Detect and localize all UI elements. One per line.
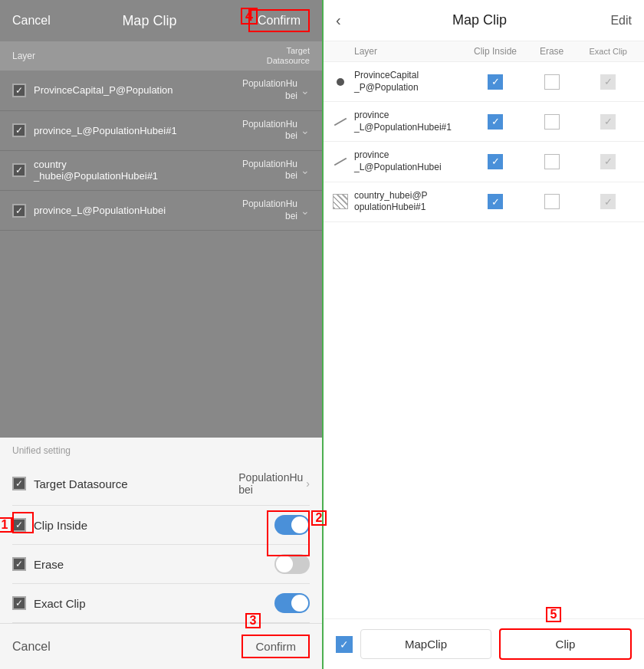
unified-label: Unified setting (12, 445, 310, 456)
mapclip-button[interactable]: MapClip (360, 629, 491, 659)
line-icon-2 (331, 152, 350, 171)
setting-row-target: Target Datasource PopulationHubei › (12, 462, 310, 506)
right-header: ‹ Map Clip Edit (324, 0, 644, 41)
ci-check-1[interactable] (488, 114, 503, 130)
ci-check-2[interactable] (488, 154, 503, 169)
erase-check-0[interactable] (544, 74, 560, 90)
badge-1: 1 (0, 517, 12, 533)
ec-check-1[interactable] (600, 114, 616, 130)
layer-checkbox-2[interactable] (12, 163, 26, 177)
setting-check-exact[interactable] (12, 596, 26, 610)
badge-3: 3 (245, 613, 261, 628)
clip-button[interactable]: Clip (499, 628, 632, 660)
left-spacer (0, 231, 322, 438)
setting-name-erase: Erase (34, 558, 274, 571)
setting-value-target: PopulationHubei (238, 471, 303, 496)
right-layer-name-3: country_hubei@PopulationHubei#1 (354, 190, 467, 214)
col-target-header: TargetDatasource (267, 46, 310, 66)
layer-checkbox-1[interactable] (12, 123, 26, 137)
exact-clip-toggle[interactable] (274, 593, 310, 613)
right-spacer (324, 222, 644, 618)
ci-check-0[interactable] (488, 74, 503, 90)
col-layer-header: Layer (12, 51, 267, 61)
target-source-1: PopulationHubei (242, 119, 297, 143)
toggle-knob (291, 517, 308, 533)
target-source-2: PopulationHubei (242, 159, 297, 182)
right-col-erase: Erase (524, 46, 580, 57)
erase-check-1[interactable] (544, 114, 560, 130)
right-table-header: Layer Clip Inside Erase Exact Clip (324, 41, 644, 62)
target-source-3: PopulationHubei (242, 198, 297, 222)
ec-check-3[interactable] (600, 194, 616, 209)
ec-check-2[interactable] (600, 154, 616, 169)
setting-check-target[interactable] (12, 477, 26, 490)
right-footer: 5 MapClip Clip (324, 618, 644, 669)
table-row: ProvinceCapital_P@Population PopulationH… (0, 71, 322, 110)
left-panel: Cancel Map Clip 4 Confirm Layer TargetDa… (0, 0, 322, 669)
right-layer-name-0: ProvinceCapital_P@Population (354, 70, 467, 93)
chevron-icon-1: ⌄ (301, 124, 310, 136)
left-cancel-button-bottom[interactable]: Cancel (12, 640, 51, 654)
left-cancel-button[interactable]: Cancel (12, 14, 51, 28)
right-col-exact-clip: Exact Clip (580, 47, 636, 56)
right-title: Map Clip (349, 12, 611, 28)
unified-section: Unified setting Target Datasource Popula… (0, 438, 322, 623)
right-table-row: province_L@PopulationHubei#1 (324, 102, 644, 142)
clip-inside-toggle[interactable] (274, 515, 310, 535)
right-layer-name-1: province_L@PopulationHubei#1 (354, 110, 467, 133)
layer-name-1: province_L@PopulationHubei#1 (34, 125, 242, 136)
setting-name-target: Target Datasource (34, 477, 238, 490)
setting-check-erase[interactable] (12, 557, 26, 571)
layer-table-header: Layer TargetDatasource (0, 41, 322, 71)
chevron-icon-2: ⌄ (301, 164, 310, 176)
left-confirm-button-bottom[interactable]: Confirm (242, 635, 310, 658)
target-nav-icon[interactable]: › (306, 477, 310, 490)
setting-row-exact: Exact Clip (12, 584, 310, 623)
edit-button[interactable]: Edit (610, 14, 632, 28)
erase-check-2[interactable] (544, 154, 560, 169)
setting-name-exact: Exact Clip (34, 597, 274, 610)
erase-check-3[interactable] (544, 194, 560, 209)
setting-row-clip: 1 Clip Inside 2 (12, 506, 310, 545)
left-title: Map Clip (122, 13, 176, 29)
setting-name-clip: Clip Inside (34, 519, 274, 532)
left-footer: 3 Cancel Confirm (0, 623, 322, 669)
badge-2: 2 (311, 510, 327, 526)
footer-checkbox[interactable] (336, 636, 353, 653)
toggle-knob-exact (291, 595, 308, 612)
layer-name-0: ProvinceCapital_P@Population (34, 84, 242, 96)
right-table-row: province_L@PopulationHubei (324, 142, 644, 182)
left-header: Cancel Map Clip 4 Confirm (0, 0, 322, 41)
setting-check-clip[interactable] (12, 518, 26, 532)
right-panel: ‹ Map Clip Edit Layer Clip Inside Erase … (322, 0, 644, 669)
chevron-icon-0: ⌄ (301, 84, 310, 97)
badge-5: 5 (546, 607, 561, 622)
erase-toggle[interactable] (274, 554, 310, 574)
table-row: province_L@PopulationHubei#1 PopulationH… (0, 111, 322, 151)
setting-row-erase: Erase (12, 545, 310, 584)
table-row: province_L@PopulationHubei PopulationHub… (0, 191, 322, 231)
target-source-0: PopulationHubei (242, 78, 297, 102)
dot-icon (331, 73, 350, 91)
table-row: country_hubei@PopulationHubei#1 Populati… (0, 151, 322, 191)
right-layer-name-2: province_L@PopulationHubei (354, 149, 467, 173)
right-col-layer: Layer (331, 46, 467, 57)
right-col-clip-inside: Clip Inside (467, 46, 524, 57)
layer-name-3: province_L@PopulationHubei (34, 205, 242, 216)
pattern-icon (331, 192, 350, 211)
badge-4: 4 (241, 8, 258, 25)
right-table-row: country_hubei@PopulationHubei#1 (324, 182, 644, 222)
line-icon (331, 113, 350, 131)
ci-check-3[interactable] (488, 194, 503, 209)
ec-check-0[interactable] (600, 74, 616, 90)
chevron-icon-3: ⌄ (301, 205, 310, 217)
layer-checkbox-0[interactable] (12, 84, 26, 97)
layer-checkbox-3[interactable] (12, 204, 26, 218)
right-table-row: ProvinceCapital_P@Population (324, 62, 644, 102)
toggle-knob-erase (276, 556, 293, 572)
layer-name-2: country_hubei@PopulationHubei#1 (34, 159, 242, 182)
back-button[interactable]: ‹ (336, 11, 341, 29)
